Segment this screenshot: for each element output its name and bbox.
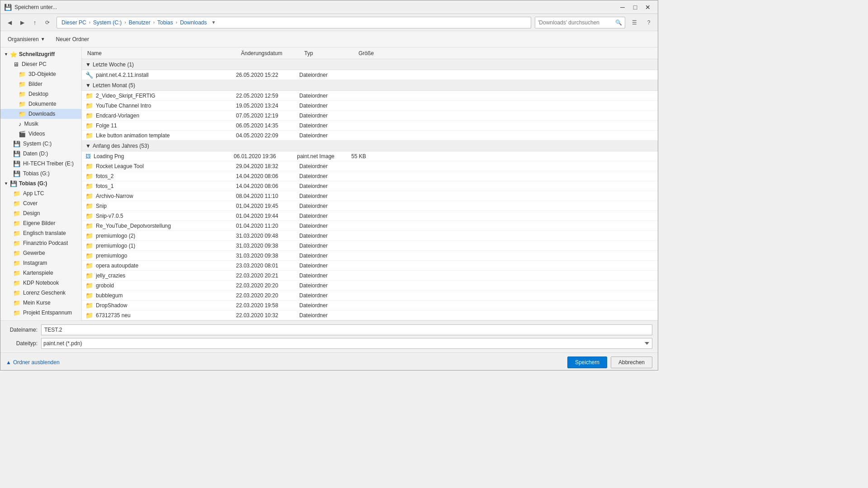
folder-icon: 📁 xyxy=(85,102,93,109)
file-name: 2_Video_Skript_FERTIG xyxy=(96,93,236,99)
sidebar-item-daten-d[interactable]: 💾 Daten (D:) xyxy=(0,149,81,159)
column-date-header[interactable]: Änderungsdatum xyxy=(239,49,302,57)
file-row[interactable]: 📁 Rocket League Tool 29.04.2020 18:32 Da… xyxy=(82,161,658,171)
column-size-header[interactable]: Größe xyxy=(357,49,393,57)
file-row[interactable]: 📁 fotos_1 14.04.2020 08:06 Dateiordner xyxy=(82,181,658,191)
hide-folders-label: Ordner ausblenden xyxy=(13,359,60,366)
file-name: opera autoupdate xyxy=(96,263,236,269)
sidebar-item-3d-objekte[interactable]: 📁 3D-Objekte xyxy=(0,69,81,79)
sidebar-item-projekt-entspannum[interactable]: 📁 Projekt Entspannum xyxy=(0,308,81,318)
collapse-icon: ▲ xyxy=(6,359,11,366)
file-date: 04.05.2020 22:09 xyxy=(236,132,299,139)
search-input[interactable] xyxy=(538,19,615,26)
minimize-button[interactable]: ─ xyxy=(616,2,629,12)
file-row[interactable]: 📁 67312735 neu 22.03.2020 10:32 Dateiord… xyxy=(82,310,658,320)
refresh-button[interactable]: ⟳ xyxy=(42,17,53,28)
file-name: fotos_2 xyxy=(96,173,236,179)
sidebar-item-bilder[interactable]: 📁 Bilder xyxy=(0,79,81,89)
sidebar-item-englisch-translate[interactable]: 📁 Englisch translate xyxy=(0,228,81,238)
file-row[interactable]: 🔧 paint.net.4.2.11.install 26.05.2020 15… xyxy=(82,70,658,80)
sidebar-item-eigene-bilder[interactable]: 📁 Eigene Bilder xyxy=(0,218,81,228)
sidebar-item-system-c[interactable]: 💾 System (C:) xyxy=(0,139,81,149)
file-date: 06.05.2020 14:35 xyxy=(236,122,299,129)
hide-folders-button[interactable]: ▲ Ordner ausblenden xyxy=(6,359,60,366)
folder-icon: 📁 xyxy=(13,250,20,257)
help-button[interactable]: ? xyxy=(643,17,654,28)
sidebar-item-schnellzugriff[interactable]: ▼ ⭐ Schnellzugriff xyxy=(0,49,81,59)
file-row[interactable]: 📁 premiumlogo (1) 31.03.2020 09:38 Datei… xyxy=(82,241,658,251)
file-row[interactable]: 📁 bubblegum 22.03.2020 20:20 Dateiordner xyxy=(82,291,658,300)
maximize-button[interactable]: □ xyxy=(629,2,642,12)
sidebar-item-desktop[interactable]: 📁 Desktop xyxy=(0,89,81,99)
search-bar[interactable]: 🔍 xyxy=(535,17,625,28)
sidebar-item-videos[interactable]: 🎬 Videos xyxy=(0,129,81,139)
file-row[interactable]: 📁 Folge 11 06.05.2020 14:35 Dateiordner xyxy=(82,121,658,131)
file-type-icon: 🔧 xyxy=(85,71,93,79)
sidebar-item-dieser-pc[interactable]: 🖥 Dieser PC xyxy=(0,59,81,69)
sidebar-item-lorenz-geschenk[interactable]: 📁 Lorenz Geschenk xyxy=(0,288,81,298)
up-button[interactable]: ↑ xyxy=(29,17,40,28)
file-type: Dateiordner xyxy=(299,163,354,169)
file-name: premiumlogo (1) xyxy=(96,243,236,249)
breadcrumb-dieser-pc[interactable]: Dieser PC xyxy=(60,19,88,27)
view-options-button[interactable]: ☰ xyxy=(627,17,642,28)
sidebar-item-dokumente[interactable]: 📁 Dokumente xyxy=(0,99,81,109)
group-letzten-monat[interactable]: ▼ Letzten Monat (5) xyxy=(82,80,658,91)
back-button[interactable]: ◀ xyxy=(4,17,15,28)
filename-input[interactable] xyxy=(41,324,652,335)
new-folder-button[interactable]: Neuer Ordner xyxy=(52,34,93,44)
file-row[interactable]: 🖼 Loading Png 06.01.2020 19:36 paint.net… xyxy=(82,151,658,161)
file-row[interactable]: 📁 premiumlogo (2) 31.03.2020 09:48 Datei… xyxy=(82,231,658,241)
file-row[interactable]: 📁 YouTube Channel Intro 19.05.2020 13:24… xyxy=(82,101,658,111)
file-date: 06.01.2020 19:36 xyxy=(234,153,297,160)
breadcrumb-system-c[interactable]: System (C:) xyxy=(91,19,123,27)
close-button[interactable]: ✕ xyxy=(642,2,654,12)
file-row[interactable]: 📁 Archivo-Narrow 08.04.2020 11:10 Dateio… xyxy=(82,191,658,201)
file-row[interactable]: 📁 premiumlogo 31.03.2020 09:38 Dateiordn… xyxy=(82,251,658,261)
file-row[interactable]: 📁 2_Video_Skript_FERTIG 22.05.2020 12:59… xyxy=(82,91,658,101)
sidebar-item-musik[interactable]: ♪ Musik xyxy=(0,119,81,129)
file-row[interactable]: 📁 Snip-v7.0.5 01.04.2020 19:44 Dateiordn… xyxy=(82,211,658,221)
sidebar-item-instagram[interactable]: 📁 Instagram xyxy=(0,258,81,268)
sidebar-item-kartenspiele[interactable]: 📁 Kartenspiele xyxy=(0,268,81,278)
sidebar-item-gewerbe[interactable]: 📁 Gewerbe xyxy=(0,248,81,258)
file-row[interactable]: 📁 fotos_2 14.04.2020 08:06 Dateiordner xyxy=(82,171,658,181)
sidebar-item-hitech[interactable]: 💾 HI-TECH Treiber (E:) xyxy=(0,159,81,169)
organize-button[interactable]: Organisieren ▼ xyxy=(4,34,49,44)
group-anfang-des-jahres[interactable]: ▼ Anfang des Jahres (53) xyxy=(82,141,658,151)
file-column-headers: Name Änderungsdatum Typ Größe xyxy=(82,47,658,59)
breadcrumb-tobias[interactable]: Tobias xyxy=(156,19,175,27)
folder-icon: 📁 xyxy=(13,270,20,277)
file-row[interactable]: 📁 Snip 01.04.2020 19:45 Dateiordner xyxy=(82,201,658,211)
file-row[interactable]: 📁 Endcard-Vorlagen 07.05.2020 12:19 Date… xyxy=(82,111,658,121)
sidebar-item-tobias-g2[interactable]: ▼ 💾 Tobias (G:) xyxy=(0,178,81,188)
title-text: Speichern unter... xyxy=(14,4,57,10)
sidebar-item-app-ltc[interactable]: 📁 App LTC xyxy=(0,188,81,198)
column-type-header[interactable]: Typ xyxy=(302,49,357,57)
breadcrumb-downloads[interactable]: Downloads xyxy=(178,19,208,27)
group-letzte-woche[interactable]: ▼ Letzte Woche (1) xyxy=(82,59,658,70)
sidebar-item-design[interactable]: 📁 Design xyxy=(0,208,81,218)
breadcrumb-benutzer[interactable]: Benutzer xyxy=(127,19,152,27)
file-name: 67312735 neu xyxy=(96,312,236,319)
folder-icon: 📁 xyxy=(85,222,93,230)
file-row[interactable]: 📁 Like button animation template 04.05.2… xyxy=(82,131,658,141)
file-row[interactable]: 📁 opera autoupdate 23.03.2020 08:01 Date… xyxy=(82,261,658,271)
file-row[interactable]: 📁 Re_YouTube_Depotvorstellung 01.04.2020… xyxy=(82,221,658,231)
breadcrumb-expand-arrow[interactable]: ▼ xyxy=(212,20,216,25)
file-row[interactable]: 📁 DropShadow 22.03.2020 19:58 Dateiordne… xyxy=(82,300,658,310)
column-name-header[interactable]: Name xyxy=(85,49,239,57)
cancel-button[interactable]: Abbrechen xyxy=(611,357,652,368)
sidebar-item-kdp-notebook[interactable]: 📁 KDP Notebook xyxy=(0,278,81,288)
filetype-select[interactable]: paint.net (*.pdn) xyxy=(41,338,652,349)
sidebar-item-finanztrio[interactable]: 📁 Finanztrio Podcast xyxy=(0,238,81,248)
file-row[interactable]: 📁 grobold 22.03.2020 20:20 Dateiordner xyxy=(82,281,658,291)
file-row[interactable]: 📁 jelly_crazies 22.03.2020 20:21 Dateior… xyxy=(82,271,658,281)
sidebar-item-mein-kurse[interactable]: 📁 Mein Kurse xyxy=(0,298,81,308)
filetype-label: Dateityp: xyxy=(6,340,38,347)
forward-button[interactable]: ▶ xyxy=(17,17,28,28)
sidebar-item-cover[interactable]: 📁 Cover xyxy=(0,198,81,208)
sidebar-item-downloads[interactable]: 📁 Downloads xyxy=(0,109,81,119)
sidebar-item-tobias-g1[interactable]: 💾 Tobias (G:) xyxy=(0,169,81,178)
save-button[interactable]: Speichern xyxy=(567,357,607,368)
